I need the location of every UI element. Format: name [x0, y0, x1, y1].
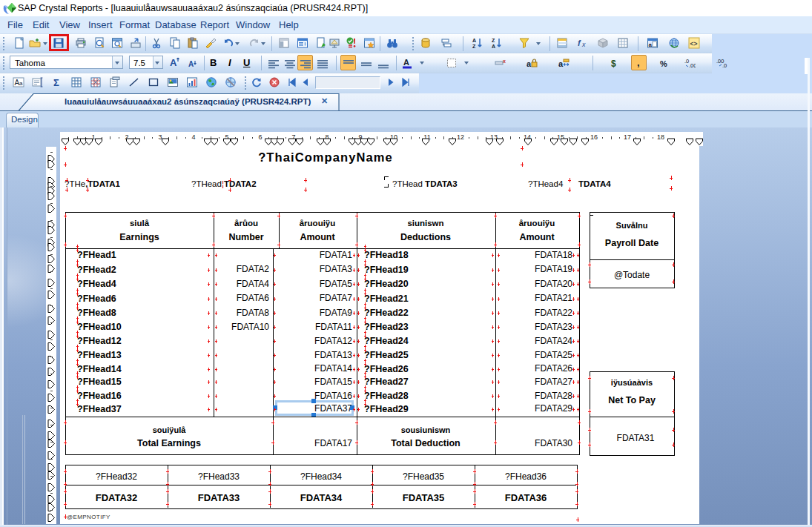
svg-text:a: a	[649, 42, 653, 48]
svg-text:Σ: Σ	[53, 77, 59, 88]
svg-text:a: a	[558, 59, 564, 68]
svg-text:,: ,	[637, 57, 640, 68]
svg-text:$: $	[611, 59, 616, 69]
svg-text:Z: Z	[492, 38, 495, 43]
svg-text:A: A	[170, 57, 177, 68]
svg-text:x: x	[581, 41, 586, 48]
svg-text:A: A	[492, 44, 495, 49]
svg-text:a: a	[19, 80, 23, 87]
svg-text:.00: .00	[689, 62, 696, 69]
svg-text:%: %	[660, 59, 667, 68]
svg-text:x: x	[503, 59, 506, 64]
svg-text:Z: Z	[472, 44, 476, 49]
svg-text:a: a	[527, 59, 532, 68]
svg-text:f: f	[578, 39, 581, 47]
svg-text:A: A	[472, 38, 476, 43]
svg-text:A: A	[403, 58, 409, 67]
svg-text:A: A	[188, 60, 194, 68]
svg-text:.0: .0	[722, 62, 727, 69]
svg-text:<>: <>	[690, 40, 698, 47]
